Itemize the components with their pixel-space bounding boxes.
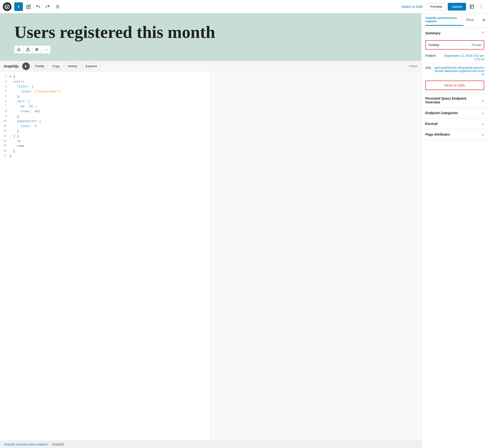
prettify-button[interactable]: Prettify	[32, 63, 48, 69]
code-line-2: 2 users(	[2, 79, 208, 84]
svg-point-17	[45, 49, 45, 50]
code-line-9: 9 },	[2, 114, 208, 119]
visibility-value: Private	[472, 43, 481, 47]
endpoint-categories-chevron-icon: ⌄	[481, 111, 484, 115]
code-line-15: 15 name	[2, 144, 208, 149]
svg-point-16	[47, 49, 48, 50]
add-block-button[interactable]: +	[14, 2, 23, 11]
persisted-query-chevron-icon: ⌄	[481, 98, 484, 102]
visibility-row[interactable]: Visibility Private	[425, 40, 484, 49]
code-line-10: 10 pagination: {	[2, 119, 208, 124]
code-line-6: 6 sort: {	[2, 99, 208, 104]
excerpt-heading[interactable]: Excerpt ⌄	[422, 119, 488, 129]
page-attributes-chevron-icon: ⌄	[481, 133, 484, 136]
publish-row: Publish September 12, 2019 4:51 am UTC+0	[425, 51, 484, 64]
summary-content: Visibility Private Publish September 12,…	[422, 40, 488, 93]
main-toolbar: + Switch to draft Preview Update	[0, 0, 488, 13]
copy-button[interactable]: Copy	[49, 63, 63, 69]
block-bell-icon-button[interactable]	[14, 46, 23, 54]
undo-button[interactable]	[34, 3, 42, 10]
graphiql-results	[211, 72, 421, 441]
page-attributes-panel: Page Attributes ⌄	[422, 129, 488, 140]
settings-toggle-button[interactable]	[468, 3, 476, 10]
svg-point-9	[481, 8, 482, 8]
code-line-1: 1 ▾ {	[2, 74, 208, 79]
update-button[interactable]: Update	[448, 3, 466, 10]
summary-heading[interactable]: Summary ⌃	[422, 28, 488, 38]
excerpt-panel: Excerpt ⌄	[422, 119, 488, 129]
code-line-3: 3 filter: {	[2, 84, 208, 89]
url-row: URL gato-graphql.lndo.site/graphql-query…	[425, 64, 484, 79]
svg-marker-18	[25, 65, 27, 67]
sidebar-header: GraphQL persisted query endpoint Block ✕	[422, 13, 488, 28]
graphiql-body: 1 ▾ { 2 users( 3 filter: { 4	[0, 72, 421, 441]
code-line-8: 8 order: ASC	[2, 109, 208, 114]
code-line-4: 4 roles: ["subscriber"]	[2, 89, 208, 94]
graphiql-header: GraphiQL Prettify Copy History Explorer …	[0, 61, 421, 72]
tab-block[interactable]: Block	[464, 15, 477, 26]
graphiql-editor[interactable]: 1 ▾ { 2 users( 3 filter: { 4	[0, 72, 211, 441]
preview-button[interactable]: Preview	[427, 3, 446, 10]
code-line-12: 12 }	[2, 129, 208, 134]
breadcrumb-separator: >	[49, 443, 51, 446]
breadcrumb-root[interactable]: GraphQL persisted query endpoint	[4, 443, 48, 446]
svg-point-8	[481, 6, 482, 7]
page-title: Users registered this month	[14, 23, 407, 42]
code-line-16: 16 }	[2, 149, 208, 154]
more-options-button[interactable]	[478, 3, 485, 10]
run-query-button[interactable]	[22, 63, 30, 70]
endpoint-categories-label: Endpoint Categories	[425, 111, 458, 115]
graphiql-section: GraphiQL Prettify Copy History Explorer …	[0, 61, 421, 441]
block-lock-icon-button[interactable]	[23, 46, 32, 54]
move-to-trash-button[interactable]: Move to trash	[425, 80, 484, 90]
page-attributes-heading[interactable]: Page Attributes ⌄	[422, 129, 488, 140]
history-button[interactable]: History	[64, 63, 80, 69]
wordpress-logo	[3, 2, 11, 11]
block-toolbar	[14, 46, 407, 54]
persisted-query-overview-panel: Persisted Query Endpoint Overview ⌄	[422, 93, 488, 108]
docs-button[interactable]: < Docs	[408, 64, 417, 68]
page-attributes-label: Page Attributes	[425, 133, 450, 136]
publish-label: Publish	[425, 54, 436, 57]
persisted-query-overview-label: Persisted Query Endpoint Overview	[425, 96, 481, 104]
redo-button[interactable]	[44, 3, 51, 10]
graphiql-title: GraphiQL	[4, 64, 19, 68]
breadcrumb-current: GraphiQL	[52, 443, 64, 446]
code-line-7: 7 by: ID,	[2, 104, 208, 109]
status-bar: GraphQL persisted query endpoint > Graph…	[0, 441, 421, 448]
edit-pencil-button[interactable]	[25, 3, 32, 10]
main-layout: Users registered this month GraphiQL	[0, 13, 488, 448]
block-more-options-button[interactable]	[41, 46, 50, 54]
visibility-label: Visibility	[428, 43, 439, 47]
summary-panel: Summary ⌃ Visibility Private Publish Sep…	[422, 28, 488, 93]
hero-block: Users registered this month	[0, 13, 421, 61]
sidebar-close-button[interactable]: ✕	[480, 15, 488, 25]
svg-rect-6	[470, 5, 474, 8]
editor-area: Users registered this month GraphiQL	[0, 13, 421, 448]
summary-chevron-icon: ⌃	[481, 31, 484, 35]
code-line-11: 11 limit: 3	[2, 124, 208, 129]
svg-point-7	[481, 5, 482, 6]
url-value[interactable]: gato-graphql.lndo.site/graphql-query/cus…	[433, 66, 484, 76]
publish-value[interactable]: September 12, 2019 4:51 am UTC+0	[438, 54, 484, 61]
code-line-14: 14 id	[2, 139, 208, 144]
right-sidebar: GraphQL persisted query endpoint Block ✕…	[421, 13, 488, 448]
excerpt-chevron-icon: ⌄	[481, 122, 484, 126]
tab-document[interactable]: GraphQL persisted query endpoint	[425, 15, 464, 26]
svg-point-15	[46, 49, 46, 50]
excerpt-label: Excerpt	[425, 122, 438, 126]
persisted-query-overview-heading[interactable]: Persisted Query Endpoint Overview ⌄	[422, 93, 488, 107]
list-view-button[interactable]	[53, 3, 61, 10]
explorer-button[interactable]: Explorer	[82, 63, 100, 69]
sidebar-document-tab-title: GraphQL persisted query endpoint Block	[425, 15, 477, 26]
endpoint-categories-heading[interactable]: Endpoint Categories ⌄	[422, 108, 488, 118]
svg-rect-10	[26, 49, 29, 51]
switch-to-draft-button[interactable]: Switch to draft	[399, 3, 425, 10]
endpoint-categories-panel: Endpoint Categories ⌄	[422, 108, 488, 119]
code-line-13: 13 ) {	[2, 134, 208, 139]
code-lines: 1 ▾ { 2 users( 3 filter: { 4	[2, 74, 208, 159]
url-label: URL	[425, 66, 432, 70]
block-align-icon-button[interactable]	[32, 46, 41, 54]
code-line-17: 17 }	[2, 154, 208, 159]
summary-label: Summary	[425, 31, 440, 35]
